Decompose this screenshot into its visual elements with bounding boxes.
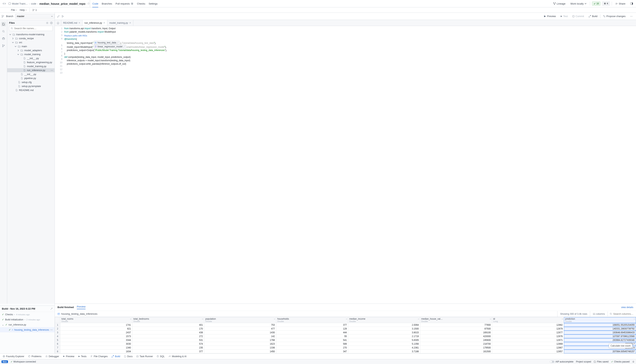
app-logo[interactable]: [1, 0, 7, 7]
tab-pull-requests[interactable]: Pull requests1: [116, 0, 134, 7]
cell[interactable]: 55: [276, 334, 348, 338]
cell[interactable]: 2.1719: [348, 334, 420, 338]
close-icon[interactable]: ✕: [129, 22, 131, 24]
cell[interactable]: 161500: [420, 350, 492, 354]
cell[interactable]: 245600: [420, 338, 492, 342]
cell[interactable]: 129: [276, 327, 348, 331]
cell[interactable]: 3344: [60, 338, 132, 342]
rail-search-icon[interactable]: [1, 29, 6, 34]
log-file[interactable]: ⌄✓run_inference.py: [0, 322, 54, 327]
cell[interactable]: 1336: [204, 346, 276, 350]
cell[interactable]: 87500: [420, 327, 492, 331]
new-branch-icon[interactable]: [62, 15, 64, 18]
work-locally-button[interactable]: Work locally: [569, 2, 588, 6]
cell[interactable]: 477: [204, 327, 276, 331]
cell[interactable]: 1450: [204, 350, 276, 354]
cell[interactable]: 168051.55205154055: [564, 323, 636, 327]
cell[interactable]: 4.2361: [348, 346, 420, 350]
cell[interactable]: 1741: [60, 323, 132, 327]
preview-button[interactable]: Preview: [542, 14, 558, 18]
close-icon[interactable]: ✕: [103, 22, 105, 24]
tree-folder[interactable]: main: [7, 44, 54, 48]
cell[interactable]: 438: [132, 331, 204, 334]
cell[interactable]: 574: [132, 342, 204, 346]
breadcrumb-repo[interactable]: median_house_price_model_repo: [39, 1, 86, 6]
share-button[interactable]: Share: [614, 2, 627, 6]
cell[interactable]: 1768: [204, 338, 276, 342]
column-search-input[interactable]: [613, 312, 634, 315]
column-header[interactable]: total_bedroomsDouble▪▪: [132, 317, 204, 323]
tree-file[interactable]: run_inference.py⋯: [7, 68, 54, 72]
cell[interactable]: 235: [132, 346, 204, 350]
cell[interactable]: 5.1356: [348, 342, 420, 346]
cell[interactable]: 589: [276, 342, 348, 346]
cell[interactable]: 12876: [492, 334, 564, 338]
tree-file[interactable]: model_training.py: [7, 64, 54, 68]
column-header[interactable]: total_roomsDouble▪▪: [60, 317, 132, 323]
bot-modeling[interactable]: Modeling & AI: [167, 354, 188, 358]
tree-folder[interactable]: src: [7, 40, 54, 44]
editor-tab[interactable]: README.md✕: [61, 20, 82, 26]
build-button[interactable]: Build: [587, 14, 600, 18]
panel-toggle-icon[interactable]: [629, 2, 634, 6]
cell[interactable]: 3.1500: [348, 327, 420, 331]
cell[interactable]: 1573: [60, 334, 132, 338]
branch-count[interactable]: 1: [31, 8, 38, 12]
cell[interactable]: 377: [132, 350, 204, 354]
log-init[interactable]: ✓Build initialization•2 minutes ago: [0, 317, 54, 322]
tab-code[interactable]: Code: [92, 0, 98, 7]
bot-build[interactable]: Build: [110, 354, 122, 358]
cell[interactable]: 401: [132, 323, 204, 327]
cmd-k[interactable]: ⌘K: [602, 2, 610, 6]
bot-file-changes[interactable]: File Changes: [89, 354, 109, 358]
cell[interactable]: 821: [60, 327, 132, 331]
menu-file[interactable]: File: [10, 8, 18, 12]
file-search-input[interactable]: [14, 27, 51, 30]
file-search[interactable]: [9, 26, 53, 31]
tab-checks[interactable]: Checks: [137, 0, 145, 7]
column-header[interactable]: median_incomeDouble▪▪: [348, 317, 420, 323]
status-aip-toggle[interactable]: AIP autocomplete: [550, 360, 574, 363]
tree-folder[interactable]: transforms-model-training: [7, 32, 54, 36]
cell[interactable]: 2.0064: [348, 323, 420, 327]
tab-branches[interactable]: Branches: [102, 0, 112, 7]
bot-foundry[interactable]: Foundry Explorer: [1, 354, 26, 358]
cell[interactable]: 207064.00545748157: [564, 350, 636, 354]
cell[interactable]: 140331.28830739792: [564, 327, 636, 331]
bot-tests[interactable]: Tests: [76, 354, 88, 358]
cell[interactable]: 169100: [420, 331, 492, 334]
tree-folder[interactable]: model_training: [7, 52, 54, 56]
rid-hint[interactable]: Replace paths with RIDs: [64, 34, 87, 37]
bot-preview[interactable]: Preview: [62, 354, 76, 358]
bot-debugger[interactable]: Debugger: [44, 354, 61, 358]
close-icon[interactable]: ✕: [78, 22, 80, 24]
column-header[interactable]: median_house_val…Double▪▪: [420, 317, 492, 323]
bot-task-runner[interactable]: Task Runner: [135, 354, 154, 358]
cell[interactable]: 3.7188: [348, 350, 420, 354]
bot-sql[interactable]: SQL: [155, 354, 166, 358]
cell[interactable]: 142: [204, 334, 276, 338]
cell[interactable]: 3.8015: [348, 331, 420, 334]
cell[interactable]: 3030: [60, 342, 132, 346]
rail-packages-icon[interactable]: [1, 36, 6, 41]
gear-icon[interactable]: [46, 22, 48, 24]
rail-git-icon[interactable]: [1, 44, 6, 48]
breadcrumb-project[interactable]: Model Traini…: [8, 2, 28, 6]
cell[interactable]: 12871: [492, 338, 564, 342]
menu-help[interactable]: Help: [18, 8, 28, 12]
cell[interactable]: 12882: [492, 323, 564, 327]
column-header[interactable]: predictionDouble▪▪: [564, 317, 636, 323]
cell[interactable]: 541: [276, 338, 348, 342]
column-header[interactable]: populationDouble▪▪: [204, 317, 276, 323]
propose-changes-button[interactable]: Propose changes: [601, 14, 628, 18]
tree-file[interactable]: pipeline.py: [7, 76, 54, 80]
cell[interactable]: 77900: [420, 323, 492, 327]
tree-file[interactable]: __init__.py: [7, 56, 54, 60]
cell[interactable]: 12867: [492, 346, 564, 350]
status-scope[interactable]: Project scoped: [576, 360, 591, 363]
data-table[interactable]: total_roomsDouble▪▪total_bedroomsDouble▪…: [55, 317, 636, 354]
pin-icon[interactable]: [50, 308, 53, 310]
tree-file[interactable]: README.md: [7, 88, 54, 92]
bot-docs[interactable]: Docs: [122, 354, 134, 358]
star-icon[interactable]: [87, 2, 90, 5]
